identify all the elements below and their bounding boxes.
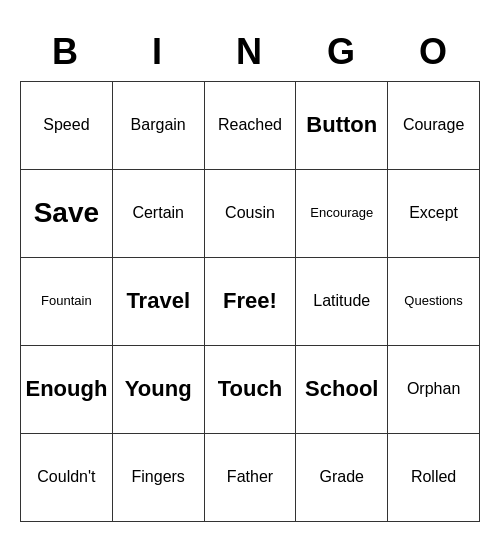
cell-r2-c4: Questions [388,258,480,346]
header-letter: N [204,23,296,81]
cell-r3-c4: Orphan [388,346,480,434]
cell-r1-c2: Cousin [205,170,297,258]
header-letter: B [20,23,112,81]
cell-r0-c3: Button [296,82,388,170]
cell-r2-c3: Latitude [296,258,388,346]
cell-r4-c0: Couldn't [21,434,113,522]
cell-r1-c0: Save [21,170,113,258]
cell-r3-c1: Young [113,346,205,434]
cell-r3-c2: Touch [205,346,297,434]
cell-r3-c0: Enough [21,346,113,434]
cell-r0-c1: Bargain [113,82,205,170]
header-letter: G [296,23,388,81]
cell-r4-c3: Grade [296,434,388,522]
cell-r2-c0: Fountain [21,258,113,346]
cell-r1-c4: Except [388,170,480,258]
cell-r4-c1: Fingers [113,434,205,522]
cell-r1-c1: Certain [113,170,205,258]
bingo-grid: SpeedBargainReachedButtonCourageSaveCert… [20,81,480,522]
bingo-card: BINGO SpeedBargainReachedButtonCourageSa… [10,13,490,532]
cell-r4-c2: Father [205,434,297,522]
cell-r0-c4: Courage [388,82,480,170]
cell-r1-c3: Encourage [296,170,388,258]
cell-r2-c2: Free! [205,258,297,346]
bingo-header: BINGO [20,23,480,81]
cell-r0-c0: Speed [21,82,113,170]
cell-r4-c4: Rolled [388,434,480,522]
header-letter: O [388,23,480,81]
cell-r2-c1: Travel [113,258,205,346]
header-letter: I [112,23,204,81]
cell-r0-c2: Reached [205,82,297,170]
cell-r3-c3: School [296,346,388,434]
